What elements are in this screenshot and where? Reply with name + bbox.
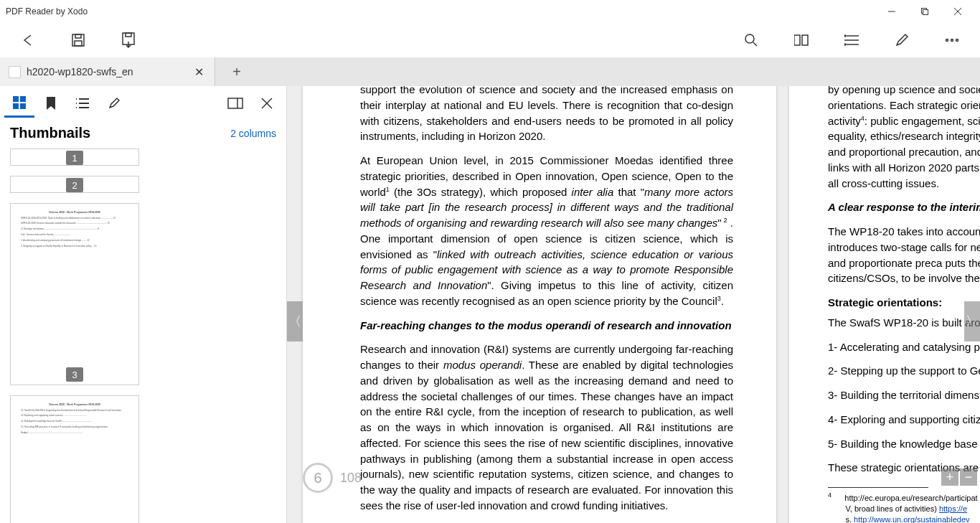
sidebar-title: Thumbnails — [10, 125, 230, 141]
app-title: PDF Reader by Xodo — [6, 6, 88, 17]
svg-rect-22 — [13, 96, 19, 102]
svg-point-20 — [951, 39, 953, 42]
svg-rect-32 — [228, 98, 242, 108]
tab-label: h2020-wp1820-swfs_en — [27, 66, 186, 77]
annotations-tab-icon[interactable] — [99, 89, 129, 118]
window-minimize[interactable] — [875, 0, 908, 23]
svg-rect-24 — [13, 103, 19, 109]
save-button[interactable] — [53, 23, 103, 57]
edit-button[interactable] — [877, 23, 927, 57]
reflow-button[interactable] — [826, 23, 877, 57]
zoom-in-button[interactable]: + — [941, 468, 958, 486]
bookmarks-tab-icon[interactable] — [36, 89, 66, 118]
search-button[interactable] — [726, 23, 776, 57]
svg-rect-7 — [75, 41, 82, 46]
prev-page-button[interactable]: 〈 — [287, 301, 303, 341]
outline-tab-icon[interactable] — [67, 89, 98, 118]
svg-rect-9 — [126, 33, 131, 37]
thumbnail-2[interactable]: 2 — [10, 176, 139, 193]
svg-point-19 — [946, 39, 948, 42]
window-maximize[interactable] — [908, 0, 941, 23]
columns-selector[interactable]: 2 columns — [230, 128, 276, 139]
zoom-out-button[interactable]: − — [960, 468, 977, 486]
window-close[interactable] — [941, 0, 974, 23]
save-as-button[interactable] — [103, 23, 154, 57]
back-button[interactable] — [3, 23, 53, 57]
svg-point-18 — [844, 44, 846, 45]
side-by-side-icon[interactable] — [220, 89, 250, 118]
tab-close-icon[interactable]: ✕ — [192, 65, 206, 79]
current-page: 6 — [303, 463, 333, 493]
svg-point-21 — [956, 39, 958, 42]
document-icon — [9, 66, 21, 78]
thumbnail-1[interactable]: 1 — [10, 149, 139, 166]
next-page-button[interactable]: 〉 — [964, 301, 980, 341]
view-mode-button[interactable] — [776, 23, 826, 57]
svg-point-10 — [745, 34, 754, 43]
page-7: by opening up science and society aorien… — [789, 86, 980, 523]
thumbnail-4[interactable]: Horizon 2020 - Work Programme 2018-2020 … — [10, 395, 139, 523]
document-tab[interactable]: h2020-wp1820-swfs_en ✕ — [0, 57, 215, 86]
more-button[interactable] — [927, 23, 977, 57]
svg-point-17 — [844, 35, 846, 37]
thumbnails-tab-icon[interactable] — [4, 89, 34, 118]
page-6: support the evolution of science and soc… — [303, 86, 776, 523]
svg-rect-2 — [923, 10, 928, 15]
svg-line-11 — [753, 42, 757, 46]
thumbnail-3[interactable]: Horizon 2020 - Work Programme 2018-2020 … — [10, 203, 139, 385]
total-pages: 108 — [340, 471, 362, 486]
page-indicator[interactable]: 6 108 — [303, 463, 362, 493]
svg-rect-12 — [794, 35, 800, 45]
svg-rect-13 — [802, 35, 808, 45]
svg-rect-25 — [20, 103, 26, 109]
svg-rect-23 — [20, 96, 26, 102]
svg-rect-6 — [75, 34, 81, 38]
document-viewer[interactable]: support the evolution of science and soc… — [287, 86, 980, 523]
new-tab-button[interactable]: + — [215, 57, 258, 86]
close-panel-icon[interactable] — [252, 89, 282, 118]
